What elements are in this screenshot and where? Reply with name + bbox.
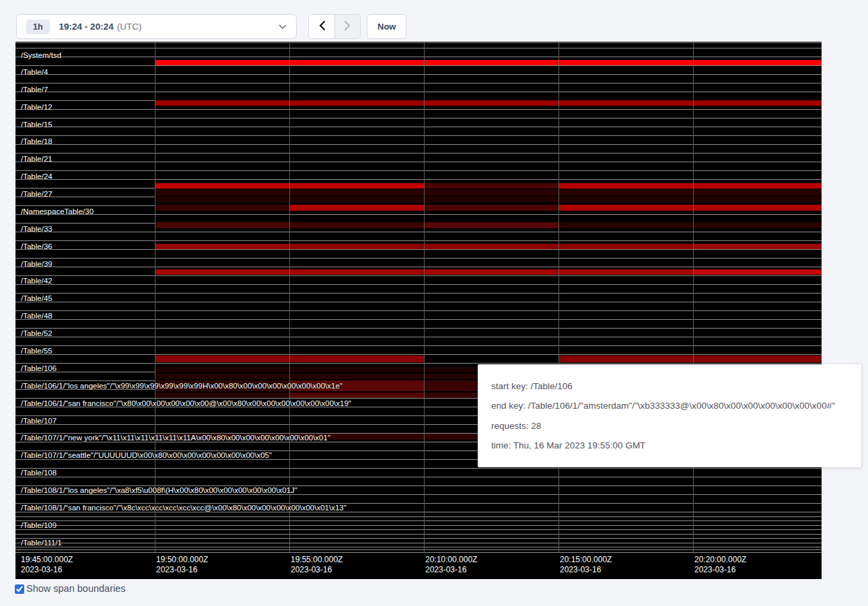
- heat-band: [693, 269, 822, 275]
- heat-band: [424, 205, 558, 211]
- show-span-boundaries-label: Show span boundaries: [26, 583, 126, 594]
- span-boundary-line: [15, 512, 822, 512]
- x-axis-date-label: 2023-03-16: [560, 565, 601, 574]
- heat-band: [155, 60, 822, 65]
- row-label: /Table/39: [21, 260, 52, 268]
- span-boundary-line: [15, 267, 822, 267]
- heat-band: [289, 205, 424, 211]
- row-label: /Table/7: [21, 86, 48, 94]
- now-button[interactable]: Now: [367, 14, 406, 39]
- row-label: /Table/21: [21, 155, 52, 163]
- time-range-label: 19:24 - 20:24: [59, 22, 114, 32]
- heat-band: [289, 269, 424, 275]
- heat-band: [558, 269, 693, 275]
- row-label: /Table/42: [21, 277, 52, 285]
- span-boundary-line: [15, 118, 822, 119]
- span-boundary-line: [15, 127, 822, 127]
- time-grid-line: [424, 42, 425, 552]
- time-grid-line: [693, 42, 694, 552]
- heat-band: [289, 244, 424, 249]
- key-visualizer-canvas[interactable]: /System/tsd/Table/4/Table/7/Table/12/Tab…: [15, 42, 822, 579]
- span-boundary-line: [15, 162, 822, 162]
- span-boundary-line: [15, 214, 822, 215]
- span-boundary-line: [15, 516, 822, 517]
- x-axis-time-label: 19:55:00.000Z: [291, 555, 342, 564]
- span-boundary-line: [15, 538, 822, 539]
- row-label: /Table/111/1: [21, 539, 62, 547]
- heat-band: [155, 393, 289, 398]
- cell-tooltip: start key: /Table/106 end key: /Table/10…: [478, 364, 861, 467]
- x-axis-date-label: 2023-03-16: [694, 565, 735, 574]
- heat-band: [155, 269, 289, 275]
- span-boundary-line: [15, 284, 822, 285]
- row-label: /Table/108/1/"los angeles"/"\xa8\xf5\u00…: [21, 486, 297, 494]
- row-label: /Table/24: [21, 172, 52, 180]
- heat-band: [558, 205, 693, 211]
- heat-band: [289, 356, 424, 362]
- span-boundary-line: [15, 57, 822, 57]
- span-boundary-line: [15, 240, 822, 241]
- tooltip-end-key: end key: /Table/106/1/"amsterdam"/"\xb33…: [491, 401, 848, 411]
- heat-band: [155, 197, 822, 203]
- x-axis-date-label: 2023-03-16: [291, 565, 332, 574]
- heat-band: [558, 244, 693, 249]
- x-axis-date-label: 2023-03-16: [156, 565, 197, 574]
- timezone-label: (UTC): [117, 22, 142, 32]
- span-boundary-line: [15, 153, 822, 154]
- next-interval-button[interactable]: [334, 15, 360, 38]
- span-boundary-line: [15, 302, 822, 302]
- heat-band: [424, 269, 558, 275]
- span-boundary-line: [15, 109, 822, 110]
- row-label: /Table/107/1/"seattle"/"UUUUUUD\x00\x80\…: [21, 451, 272, 459]
- show-span-boundaries-checkbox[interactable]: [15, 584, 24, 594]
- span-boundary-line: [15, 363, 822, 364]
- span-boundary-line: [15, 258, 822, 259]
- span-boundary-line: [15, 74, 822, 75]
- row-label: /Table/109: [21, 521, 57, 529]
- row-label: /NamespaceTable/30: [21, 207, 94, 215]
- heat-band: [693, 356, 822, 362]
- time-range-select[interactable]: 1h 19:24 - 20:24 (UTC): [16, 14, 297, 39]
- footer: Show span boundaries: [15, 583, 126, 594]
- x-axis-date-label: 2023-03-16: [425, 565, 466, 574]
- duration-badge: 1h: [26, 20, 50, 34]
- span-boundary-line: [15, 144, 822, 145]
- row-label: /Table/12: [21, 103, 52, 111]
- heat-band: [693, 205, 822, 211]
- chevron-right-icon: [344, 20, 351, 33]
- span-boundary-line: [15, 547, 822, 547]
- time-grid-line: [289, 42, 290, 552]
- heat-band: [289, 393, 424, 398]
- tooltip-start-key: start key: /Table/106: [491, 381, 848, 391]
- span-boundary-line: [15, 249, 822, 250]
- row-label: /Table/106: [21, 364, 57, 372]
- x-axis-time-label: 20:20:00.000Z: [694, 555, 746, 564]
- heat-band: [558, 222, 693, 228]
- row-label: /Table/27: [21, 190, 52, 198]
- heat-band: [155, 189, 822, 196]
- span-boundary-line: [15, 468, 822, 469]
- span-boundary-line: [15, 179, 822, 180]
- row-label: /Table/33: [21, 225, 52, 233]
- row-label: /Table/106/1/"los angeles"/"\x99\x99\x99…: [21, 382, 342, 390]
- prev-interval-button[interactable]: [309, 15, 334, 38]
- row-label: /Table/45: [21, 294, 52, 302]
- x-axis-date-label: 2023-03-16: [21, 565, 62, 574]
- span-boundary-line: [15, 293, 822, 294]
- span-boundary-line: [15, 275, 822, 276]
- span-boundary-line: [15, 552, 822, 553]
- span-boundary-line: [15, 310, 822, 311]
- heat-band: [558, 356, 693, 362]
- heat-band: [289, 183, 424, 189]
- span-boundary-line: [15, 494, 822, 495]
- chevron-down-icon: [279, 24, 287, 30]
- span-boundary-line: [15, 354, 822, 355]
- tooltip-time: time: Thu, 16 Mar 2023 19:55:00 GMT: [491, 440, 848, 450]
- x-axis-time-label: 19:45:00.000Z: [21, 555, 73, 564]
- row-label: /Table/106/1/"san francisco"/"\x80\x00\x…: [21, 399, 351, 407]
- heat-band: [155, 356, 289, 362]
- heat-band: [155, 205, 289, 211]
- span-boundary-line: [15, 529, 822, 530]
- time-grid-line: [558, 42, 559, 552]
- span-boundary-line: [15, 477, 822, 477]
